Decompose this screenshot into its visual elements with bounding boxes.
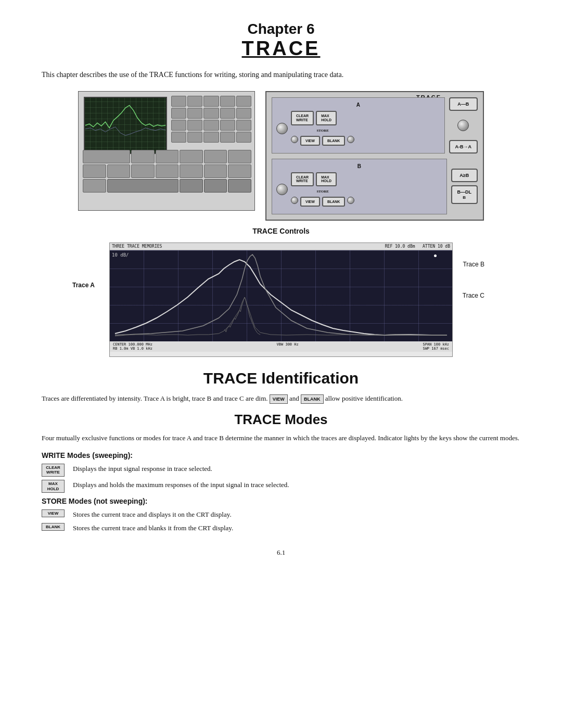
b-minus-dl-btn[interactable]: B—DLB (451, 185, 478, 204)
osc-btn (131, 164, 155, 178)
max-hold-btn-b[interactable]: MAXHOLD (316, 172, 337, 186)
osc-btn (83, 150, 130, 163)
section-b-label: B (276, 163, 442, 169)
trace-b-knob-row: CLEARWRITE MAXHOLD STORE VIEW BLANK (276, 172, 442, 207)
clear-write-b-label: CLEARWRITE (296, 175, 309, 183)
view-mode-btn[interactable]: VIEW (42, 509, 65, 517)
osc-btn (180, 164, 203, 178)
store-mode-row-2: BLANK Stores the current trace and blank… (42, 523, 520, 533)
osc-btn (236, 108, 251, 119)
blank-inline-btn[interactable]: BLANK (301, 394, 324, 404)
trace-b-label: Trace B (463, 261, 484, 268)
chapter-title: Chapter 6 (42, 21, 520, 37)
osc-buttons-bottom (83, 150, 251, 207)
osc-btn (180, 179, 203, 193)
osc-btn (203, 96, 219, 107)
clear-write-btn-b[interactable]: CLEARWRITE (291, 172, 314, 186)
trace-controls-panel: TRACE A CLEARWRITE MAXHOLD STORE (265, 91, 484, 221)
osc-btn (171, 96, 186, 107)
trace-b-controls: B CLEARWRITE MAXHOLD STORE VIEW (272, 159, 447, 214)
trace-section-a: A CLEARWRITE MAXHOLD STORE VIEW (272, 97, 478, 153)
spectrum-screen-container: 10 dB/ Trace A Trace B Trace C (110, 250, 452, 341)
osc-btn (187, 120, 202, 131)
osc-waveform (85, 98, 166, 153)
osc-btn (187, 96, 202, 107)
clear-write-btn-a[interactable]: CLEARWRITE (291, 111, 314, 125)
trace-id-text2: allow positive identification. (325, 394, 403, 402)
osc-screen (84, 97, 167, 154)
osc-btn (203, 108, 219, 119)
osc-buttons-top (171, 96, 251, 143)
trace-a-bottom-btns: VIEW BLANK (291, 136, 354, 146)
knob-b2 (291, 197, 298, 204)
trace-identification-heading: TRACE Identification (42, 369, 520, 387)
spectrum-wrapper: THREE TRACE MEMORIES REF 10.0 dBm ATTEN … (109, 242, 453, 357)
osc-btn (228, 179, 251, 193)
view-mode-label: VIEW (45, 511, 61, 516)
osc-btn (228, 150, 251, 163)
trace-b-buttons: CLEARWRITE MAXHOLD STORE VIEW BLANK (291, 172, 354, 207)
osc-btn (236, 132, 251, 143)
max-hold-b-label: MAXHOLD (321, 175, 331, 183)
osc-btn (107, 164, 131, 178)
store-mode-row-1: VIEW Stores the current trace and displa… (42, 509, 520, 520)
section-a-label: A (276, 102, 440, 108)
spectrum-header: THREE TRACE MEMORIES REF 10.0 dBm ATTEN … (110, 243, 452, 250)
osc-btn (220, 132, 235, 143)
blank-b-label: BLANK (327, 200, 340, 203)
osc-btn (107, 179, 179, 193)
write-mode-row-1: CLEARWRITE Displays the input signal res… (42, 464, 520, 477)
osc-btn (220, 96, 235, 107)
trace-id-and: and (289, 394, 301, 402)
oscilloscope-image (78, 91, 255, 211)
store-label-a: STORE (291, 129, 354, 133)
blank-btn-b[interactable]: BLANK (322, 197, 346, 207)
blank-mode-label: BLANK (45, 525, 61, 529)
trace-b-store-btns: VIEW BLANK (300, 197, 345, 207)
trace-c-label: Trace C (463, 292, 484, 299)
blank-mode-btn[interactable]: BLANK (42, 523, 65, 531)
b-dl-btn[interactable]: A≥B (451, 169, 478, 182)
cw-btn-label: CLEARWRITE (45, 465, 61, 475)
spectrum-traces-svg (110, 250, 452, 341)
osc-btn (228, 164, 251, 178)
clear-write-label: CLEARWRITE (296, 114, 309, 122)
view-inline-btn[interactable]: VIEW (270, 394, 288, 404)
spectrum-screen: 10 dB/ (110, 250, 452, 341)
osc-btn (156, 150, 179, 163)
osc-btn (187, 132, 202, 143)
spectrum-footer: CENTER 100.000 MHzRB 1.0m VB 1.0 kHz VBW… (110, 341, 452, 352)
osc-btn (171, 132, 186, 143)
trace-b-top-btns: CLEARWRITE MAXHOLD (291, 172, 354, 186)
osc-btn (187, 108, 202, 119)
trace-right-btns-bottom: A≥B B—DLB (451, 159, 478, 214)
osc-btn (131, 150, 155, 163)
view-b-label: VIEW (305, 200, 315, 203)
a-minus-b-arrow-btn[interactable]: A-B→A (449, 140, 478, 154)
view-btn-a[interactable]: VIEW (300, 136, 320, 146)
view-btn-b[interactable]: VIEW (300, 197, 320, 207)
spectrum-footer-mid: VBW 300 Hz (277, 342, 299, 351)
max-hold-mode-btn[interactable]: MAXHOLD (42, 480, 65, 493)
max-hold-btn-a[interactable]: MAXHOLD (316, 111, 337, 125)
a-minus-b-btn[interactable]: A—B (449, 97, 478, 111)
knob-b1 (276, 184, 288, 195)
view-mode-desc: Stores the current trace and displays it… (73, 509, 232, 520)
trace-identification-text: Traces are differentiated by intensity. … (42, 393, 520, 404)
write-modes-heading: WRITE Modes (sweeping): (42, 451, 520, 459)
write-mode-row-2: MAXHOLD Displays and holds the maximum r… (42, 480, 520, 493)
osc-btn (83, 164, 106, 178)
osc-btn (204, 179, 227, 193)
blank-btn-a[interactable]: BLANK (322, 136, 346, 146)
clear-write-mode-btn[interactable]: CLEARWRITE (42, 464, 65, 477)
osc-btn (180, 150, 203, 163)
trace-a-buttons: CLEARWRITE MAXHOLD STORE VIEW BLANK (291, 111, 354, 145)
max-hold-desc: Displays and holds the maximum responses… (73, 480, 289, 490)
osc-btn (204, 150, 227, 163)
trace-modes-heading: TRACE Modes (42, 412, 520, 428)
spectrum-footer-right: SPAN 100 kHzSWP 167 msec (423, 342, 449, 351)
osc-btn (236, 120, 251, 131)
osc-btn (220, 108, 235, 119)
trace-a-knob-row: CLEARWRITE MAXHOLD STORE VIEW BLANK (276, 111, 440, 145)
osc-btn (171, 120, 186, 131)
